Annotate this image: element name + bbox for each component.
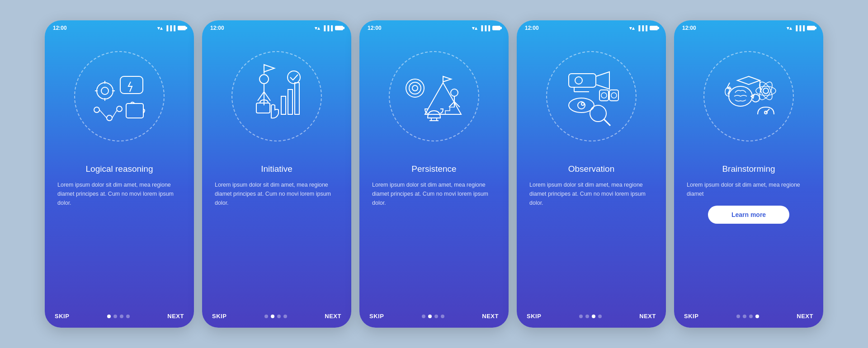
phones-container: 12:00 ▾▴ ▐▐▐ xyxy=(45,20,823,328)
slide-title-4: Observation xyxy=(529,164,653,174)
slide-body-3: Lorem ipsum dolor sit dim amet, mea regi… xyxy=(372,180,496,207)
battery-icon-3 xyxy=(492,26,500,30)
svg-point-1 xyxy=(101,87,108,94)
svg-rect-47 xyxy=(609,90,618,101)
dashed-circle-1 xyxy=(74,51,165,141)
next-button-2[interactable]: NEXT xyxy=(325,313,341,320)
time-1: 12:00 xyxy=(53,25,67,31)
nav-bar-1: SKIP NEXT xyxy=(45,306,194,328)
time-5: 12:00 xyxy=(682,25,696,31)
svg-line-15 xyxy=(258,92,264,101)
battery-icon-4 xyxy=(650,26,658,30)
svg-rect-6 xyxy=(120,76,143,94)
dot-2-0 xyxy=(264,315,268,318)
battery-icon-5 xyxy=(807,26,815,30)
illustration-1 xyxy=(45,33,194,160)
svg-point-0 xyxy=(97,83,113,99)
wifi-icon-5: ▾▴ xyxy=(787,25,792,31)
content-2: Initiative Lorem ipsum dolor sit dim ame… xyxy=(202,160,351,306)
signal-icon-1: ▐▐▐ xyxy=(165,25,175,31)
dot-5-1 xyxy=(743,315,746,318)
wifi-icon-4: ▾▴ xyxy=(629,25,635,31)
svg-line-29 xyxy=(449,102,454,107)
skip-button-2[interactable]: SKIP xyxy=(212,313,226,320)
slide-title-2: Initiative xyxy=(215,164,339,174)
dot-1-2 xyxy=(120,315,123,318)
dot-4-2 xyxy=(592,315,595,318)
dot-5-0 xyxy=(736,315,740,318)
time-3: 12:00 xyxy=(368,25,382,31)
status-icons-3: ▾▴ ▐▐▐ xyxy=(472,25,500,31)
status-bar-5: 12:00 ▾▴ ▐▐▐ xyxy=(674,20,823,33)
dot-2-1 xyxy=(271,315,274,318)
dot-3-3 xyxy=(441,315,444,318)
dashed-circle-4 xyxy=(546,51,637,141)
next-button-3[interactable]: NEXT xyxy=(482,313,499,320)
nav-bar-5: SKIP NEXT xyxy=(674,306,823,328)
svg-point-44 xyxy=(590,105,606,122)
svg-point-8 xyxy=(107,115,112,121)
illustration-3 xyxy=(359,33,509,160)
skip-button-4[interactable]: SKIP xyxy=(527,313,541,320)
skip-button-5[interactable]: SKIP xyxy=(684,313,698,320)
skip-button-3[interactable]: SKIP xyxy=(369,313,384,320)
nav-bar-4: SKIP NEXT xyxy=(517,306,666,328)
svg-rect-21 xyxy=(295,83,299,114)
svg-rect-23 xyxy=(256,103,270,113)
svg-marker-26 xyxy=(443,76,451,82)
dot-5-2 xyxy=(749,315,753,318)
dot-2-3 xyxy=(283,315,287,318)
phone-persistence: 12:00 ▾▴ ▐▐▐ xyxy=(359,20,509,328)
content-5: Brainstorming Lorem ipsum dolor sit dim … xyxy=(674,160,823,306)
content-3: Persistence Lorem ipsum dolor sit dim am… xyxy=(359,160,509,306)
status-icons-2: ▾▴ ▐▐▐ xyxy=(315,25,343,31)
status-bar-3: 12:00 ▾▴ ▐▐▐ xyxy=(359,20,509,33)
slide-body-5: Lorem ipsum dolor sit dim amet, mea regi… xyxy=(687,180,811,198)
content-1: Logical reasoning Lorem ipsum dolor sit … xyxy=(45,160,194,306)
status-bar-1: 12:00 ▾▴ ▐▐▐ xyxy=(45,20,194,33)
svg-point-27 xyxy=(451,89,458,96)
dot-4-1 xyxy=(585,315,589,318)
illustration-5 xyxy=(674,33,823,160)
illustration-2 xyxy=(202,33,351,160)
status-icons-1: ▾▴ ▐▐▐ xyxy=(157,25,186,31)
svg-point-32 xyxy=(409,82,421,94)
dashed-circle-2 xyxy=(231,51,322,141)
nav-dots-3 xyxy=(422,315,444,318)
phone-brainstorming: 12:00 ▾▴ ▐▐▐ xyxy=(674,20,823,328)
next-button-4[interactable]: NEXT xyxy=(639,313,656,320)
learn-more-button[interactable]: Learn more xyxy=(708,206,789,224)
slide-title-5: Brainstorming xyxy=(687,164,811,174)
nav-dots-1 xyxy=(107,315,130,318)
svg-point-7 xyxy=(94,107,99,113)
time-2: 12:00 xyxy=(210,25,224,31)
battery-icon-2 xyxy=(335,26,343,30)
phone-observation: 12:00 ▾▴ ▐▐▐ xyxy=(517,20,666,328)
slide-body-2: Lorem ipsum dolor sit dim amet, mea regi… xyxy=(215,180,339,207)
nav-bar-3: SKIP NEXT xyxy=(359,306,509,328)
brainstorming-icon xyxy=(712,60,785,132)
signal-icon-3: ▐▐▐ xyxy=(480,25,490,31)
wifi-icon-3: ▾▴ xyxy=(472,25,477,31)
svg-point-22 xyxy=(288,71,300,84)
nav-dots-4 xyxy=(579,315,602,318)
slide-body-1: Lorem ipsum dolor sit dim amet, mea regi… xyxy=(57,180,181,207)
dot-4-0 xyxy=(579,315,583,318)
dot-3-0 xyxy=(422,315,425,318)
slide-title-1: Logical reasoning xyxy=(57,164,181,174)
skip-button-1[interactable]: SKIP xyxy=(55,313,69,320)
dot-3-2 xyxy=(434,315,438,318)
content-4: Observation Lorem ipsum dolor sit dim am… xyxy=(517,160,666,306)
svg-line-45 xyxy=(604,119,610,126)
dot-1-1 xyxy=(113,315,117,318)
svg-rect-46 xyxy=(599,90,609,101)
svg-point-13 xyxy=(259,75,269,84)
status-icons-5: ▾▴ ▐▐▐ xyxy=(787,25,815,31)
dashed-circle-5 xyxy=(703,51,794,141)
logical-reasoning-icon xyxy=(83,60,156,132)
next-button-5[interactable]: NEXT xyxy=(797,313,813,320)
next-button-1[interactable]: NEXT xyxy=(167,313,184,320)
slide-body-4: Lorem ipsum dolor sit dim amet, mea regi… xyxy=(529,180,653,207)
svg-line-11 xyxy=(112,111,117,118)
status-bar-2: 12:00 ▾▴ ▐▐▐ xyxy=(202,20,351,33)
